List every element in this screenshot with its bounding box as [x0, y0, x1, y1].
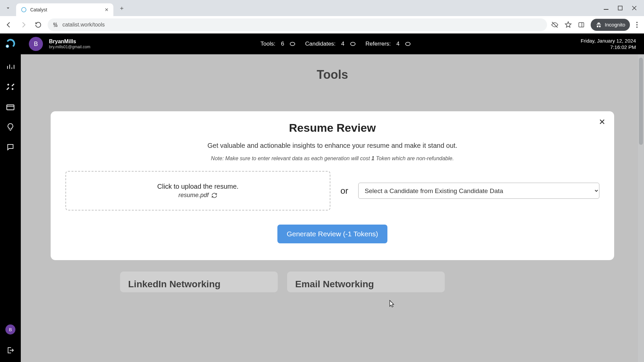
nav-tools-icon[interactable]: [3, 80, 17, 94]
sidepanel-icon[interactable]: [578, 21, 585, 28]
favicon-icon: [21, 7, 27, 13]
browser-tab-active[interactable]: Catalyst ✕: [16, 3, 113, 16]
new-tab-button[interactable]: ＋: [116, 2, 127, 14]
tracking-off-icon[interactable]: [551, 21, 558, 28]
nav-insights-icon[interactable]: [3, 120, 17, 134]
header-datetime: Friday, January 12, 2024 7:16:02 PM: [581, 38, 636, 51]
stat-candidates: Candidates: 4: [305, 41, 356, 47]
svg-rect-1: [604, 9, 608, 10]
reload-button[interactable]: [33, 19, 44, 30]
modal-note: Note: Make sure to enter relevant data a…: [65, 156, 599, 162]
tab-title: Catalyst: [30, 7, 101, 12]
user-email: bry.mills01@gmail.com: [49, 45, 90, 49]
header-stats: Tools: 6 Candidates: 4 Referrers: 4: [260, 41, 411, 47]
svg-rect-5: [579, 22, 584, 27]
back-button[interactable]: [3, 19, 14, 30]
window-controls: [604, 6, 644, 10]
user-info: BryanMills bry.mills01@gmail.com: [49, 39, 90, 49]
browser-tab-strip: Catalyst ✕ ＋: [0, 0, 644, 16]
url-input[interactable]: catalist.work/tools: [48, 18, 547, 31]
forward-button[interactable]: [18, 19, 29, 30]
kebab-menu-icon[interactable]: [636, 21, 638, 28]
svg-point-0: [21, 7, 26, 12]
svg-point-7: [636, 24, 638, 25]
header-date: Friday, January 12, 2024: [581, 38, 636, 44]
svg-point-8: [636, 26, 638, 28]
dropzone-label: Click to upload the resume.: [157, 183, 238, 190]
incognito-chip[interactable]: Incognito: [591, 19, 630, 31]
svg-rect-10: [7, 105, 14, 110]
refresh-icon[interactable]: [211, 192, 217, 198]
header-time: 7:16:02 PM: [581, 44, 636, 51]
modal-overlay[interactable]: ✕ Resume Review Get valuable and actiona…: [21, 54, 644, 362]
mouse-cursor-icon: [388, 300, 396, 308]
coin-icon: [350, 42, 356, 46]
user-name: BryanMills: [49, 39, 90, 45]
tab-search-dropdown[interactable]: [0, 0, 16, 16]
nav-dashboard-icon[interactable]: [3, 60, 17, 74]
svg-rect-2: [618, 6, 622, 10]
candidate-select[interactable]: Select a Candidate from Existing Candida…: [358, 183, 599, 199]
app-logo-icon[interactable]: [3, 37, 18, 52]
logout-icon[interactable]: [3, 343, 17, 357]
rail-user-avatar[interactable]: B: [5, 324, 15, 335]
resume-upload-dropzone[interactable]: Click to upload the resume. resume.pdf: [65, 171, 330, 210]
close-window-button[interactable]: [632, 6, 637, 10]
nav-billing-icon[interactable]: [3, 100, 17, 114]
stat-referrers: Referrers: 4: [366, 41, 411, 47]
svg-point-6: [636, 22, 638, 23]
stat-tools: Tools: 6: [260, 41, 295, 47]
app-root: B B BryanMills bry.mills01@gmail.com Too…: [0, 34, 644, 362]
url-text: catalist.work/tools: [62, 22, 105, 28]
tab-close-button[interactable]: ✕: [105, 7, 109, 12]
svg-rect-4: [56, 25, 57, 26]
bookmark-icon[interactable]: [565, 21, 572, 28]
modal-close-button[interactable]: ✕: [599, 117, 605, 127]
coin-icon: [405, 42, 411, 46]
nav-feedback-icon[interactable]: [3, 140, 17, 154]
user-avatar[interactable]: B: [29, 37, 43, 51]
modal-title: Resume Review: [65, 121, 599, 134]
site-settings-icon[interactable]: [52, 22, 58, 28]
modal-input-row: Click to upload the resume. resume.pdf o…: [65, 171, 599, 210]
coin-icon: [290, 42, 295, 46]
browser-address-bar: catalist.work/tools Incognito: [0, 16, 644, 34]
resume-review-modal: ✕ Resume Review Get valuable and actiona…: [51, 111, 614, 260]
page-content: Tools alignment and compatibility for a …: [21, 54, 644, 362]
maximize-button[interactable]: [618, 6, 623, 10]
app-topbar: B BryanMills bry.mills01@gmail.com Tools…: [21, 34, 644, 54]
generate-review-button[interactable]: Generate Review (-1 Tokens): [277, 225, 388, 243]
or-separator: or: [340, 186, 348, 196]
left-nav-rail: B: [0, 34, 21, 362]
uploaded-file-name: resume.pdf: [178, 192, 217, 199]
main-area: B BryanMills bry.mills01@gmail.com Tools…: [21, 34, 644, 362]
svg-point-9: [6, 45, 9, 48]
minimize-button[interactable]: [604, 6, 608, 10]
svg-rect-3: [54, 23, 55, 24]
modal-subtitle: Get valuable and actionable insights to …: [65, 142, 599, 149]
